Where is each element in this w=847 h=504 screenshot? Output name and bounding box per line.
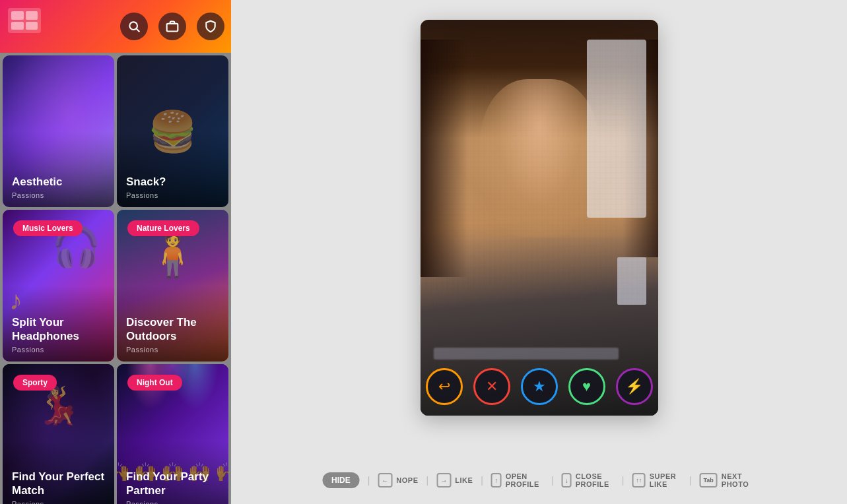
keyboard-shortcut-bar: HIDE | ← NOPE | → LIKE | ↑ OPEN PROFILE …	[322, 472, 756, 488]
card-title-music: Split Your Headphones	[12, 316, 105, 343]
svg-point-0	[129, 22, 137, 30]
card-sub-nature: Passions	[126, 346, 219, 354]
next-photo-key: Tab	[700, 473, 718, 488]
nope-button[interactable]: ✕	[473, 368, 510, 405]
profile-photo	[421, 20, 658, 416]
close-profile-shortcut: ↓ CLOSE PROFILE	[562, 472, 614, 488]
passion-card-sporty[interactable]: 💃 Sporty Find Your Perfect Match Passion…	[3, 364, 114, 504]
card-badge-music: Music Lovers	[13, 220, 83, 236]
super-like-key: ↑↑	[632, 473, 646, 488]
nope-shortcut: ← NOPE	[378, 473, 418, 488]
card-sub-aesthetic: Passions	[12, 191, 105, 199]
svg-line-1	[137, 29, 140, 32]
nope-shortcut-label: NOPE	[396, 476, 418, 484]
card-title-nightout: Find Your Party Partner	[126, 470, 219, 497]
card-sub-sporty: Passions	[12, 500, 105, 504]
right-arrow-key: →	[436, 473, 451, 488]
main-content: ↩ ✕ ★ ♥ ⚡ HIDE | ← NOPE | → LIKE | ↑ OPE…	[231, 0, 847, 504]
card-title-aesthetic: Aesthetic	[12, 175, 105, 189]
passion-card-music[interactable]: 🎧 ♪ Music Lovers Split Your Headphones P…	[3, 210, 114, 362]
down-arrow-key: ↓	[562, 473, 572, 488]
left-arrow-key: ←	[378, 473, 392, 488]
passion-card-nightout[interactable]: 🙌 🙌 🙌 🙌 🙌 Night Out Find Your Party Part…	[117, 364, 228, 504]
like-button[interactable]: ♥	[568, 368, 605, 405]
svg-rect-2	[167, 24, 178, 32]
like-shortcut: → LIKE	[436, 473, 473, 488]
next-photo-shortcut: Tab NEXT PHOTO	[700, 472, 756, 488]
boost-button[interactable]: ⚡	[616, 368, 653, 405]
passion-card-nature[interactable]: 🧍 Nature Lovers Discover The Outdoors Pa…	[117, 210, 228, 362]
briefcase-icon-button[interactable]	[158, 13, 186, 40]
card-action-buttons: ↩ ✕ ★ ♥ ⚡	[421, 368, 658, 405]
super-like-label: SUPER LIKE	[650, 472, 681, 488]
rewind-button[interactable]: ↩	[426, 368, 463, 405]
like-shortcut-label: LIKE	[455, 476, 473, 484]
header-icons	[120, 13, 224, 40]
superlike-button[interactable]: ★	[521, 368, 558, 405]
card-badge-nightout: Night Out	[127, 375, 182, 391]
discover-icon-button[interactable]	[120, 13, 148, 40]
open-profile-label: OPEN PROFILE	[506, 472, 543, 488]
card-title-nature: Discover The Outdoors	[126, 316, 219, 343]
sidebar-header	[0, 0, 231, 53]
sidebar: Aesthetic Passions 🍔 Snack? Passions 🎧 ♪…	[0, 0, 231, 504]
super-like-shortcut: ↑↑ SUPER LIKE	[632, 472, 681, 488]
app-logo	[8, 8, 41, 33]
card-title-sporty: Find Your Perfect Match	[12, 470, 105, 497]
card-sub-snack: Passions	[126, 191, 219, 199]
profile-card: ↩ ✕ ★ ♥ ⚡	[421, 20, 658, 416]
passion-card-aesthetic[interactable]: Aesthetic Passions	[3, 55, 114, 207]
card-title-snack: Snack?	[126, 175, 219, 189]
up-arrow-key: ↑	[491, 473, 502, 488]
card-badge-sporty: Sporty	[13, 375, 57, 391]
open-profile-shortcut: ↑ OPEN PROFILE	[491, 472, 543, 488]
passion-card-snack[interactable]: 🍔 Snack? Passions	[117, 55, 228, 207]
card-badge-nature: Nature Lovers	[127, 220, 199, 236]
shield-icon-button[interactable]	[197, 13, 224, 40]
hide-button[interactable]: HIDE	[322, 472, 360, 488]
card-sub-nightout: Passions	[126, 500, 219, 504]
next-photo-label: NEXT PHOTO	[722, 472, 756, 488]
close-profile-label: CLOSE PROFILE	[576, 472, 614, 488]
passion-cards-grid: Aesthetic Passions 🍔 Snack? Passions 🎧 ♪…	[0, 53, 231, 504]
card-sub-music: Passions	[12, 346, 105, 354]
